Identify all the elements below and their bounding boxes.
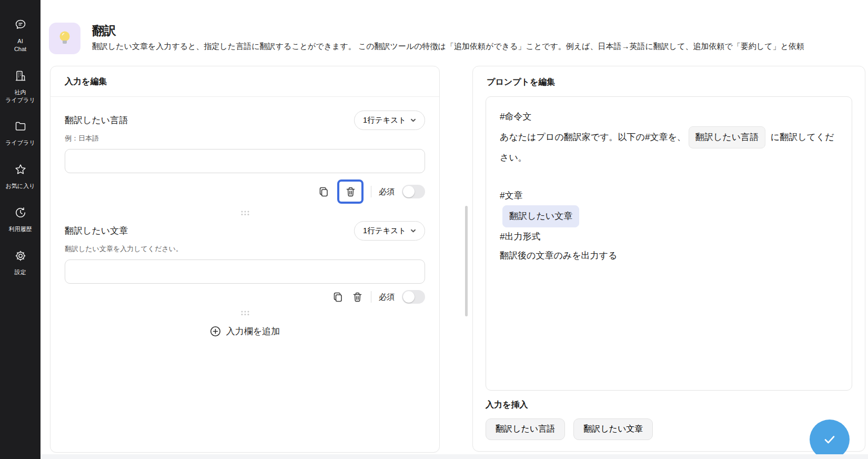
prompt-variable-chip[interactable]: 翻訳したい文章 <box>502 205 579 227</box>
lightbulb-icon <box>58 30 72 47</box>
page-background-strip <box>41 454 868 459</box>
prompt-editor[interactable]: #命令文 あなたはプロの翻訳家です。以下の#文章を、翻訳したい言語 に翻訳してく… <box>486 96 852 391</box>
sidebar-item-label: 設定 <box>15 268 26 276</box>
insert-chip-row: 翻訳したい言語 翻訳したい文章 <box>486 418 852 440</box>
required-label: 必須 <box>379 292 395 302</box>
confirm-button[interactable] <box>810 420 850 459</box>
trash-icon <box>345 186 357 198</box>
required-toggle[interactable] <box>402 290 425 304</box>
star-icon <box>14 163 27 178</box>
sidebar-item-company-library[interactable]: 社内 ライブラリ <box>0 69 41 104</box>
field-label: 翻訳したい言語 <box>65 114 128 126</box>
required-toggle[interactable] <box>402 185 425 198</box>
clock-history-icon <box>14 206 27 222</box>
chevron-down-icon <box>410 228 416 234</box>
prompt-output-header: #出力形式 <box>500 227 838 246</box>
sidebar-item-favorites[interactable]: お気に入り <box>0 163 41 190</box>
divider <box>371 291 371 303</box>
plus-circle-icon <box>210 326 221 337</box>
field-text-input[interactable] <box>65 149 425 173</box>
delete-field-button[interactable] <box>351 291 364 303</box>
trash-icon <box>351 291 364 303</box>
sidebar-item-history[interactable]: 利用履歴 <box>0 206 41 233</box>
prompt-command-line: あなたはプロの翻訳家です。以下の#文章を、翻訳したい言語 に翻訳してください。 <box>500 126 838 167</box>
prompt-command-header: #命令文 <box>500 107 838 126</box>
divider <box>371 186 371 197</box>
input-field-block: 翻訳したい言語 1行テキスト 例：日本語 必須 <box>65 111 425 216</box>
copy-icon <box>318 186 330 198</box>
prompt-variable-chip[interactable]: 翻訳したい言語 <box>689 126 765 148</box>
sidebar-item-label: 利用履歴 <box>9 225 32 233</box>
prompt-output-line: 翻訳後の文章のみを出力する <box>500 246 838 265</box>
add-input-field-button[interactable]: 入力欄を追加 <box>65 325 425 337</box>
input-panel-title: 入力を編集 <box>51 66 439 97</box>
blank-line <box>500 167 838 186</box>
check-icon <box>822 432 837 447</box>
duplicate-field-button[interactable] <box>332 291 344 303</box>
drag-handle[interactable] <box>65 310 425 316</box>
sidebar-item-label: ライブラリ <box>5 139 35 147</box>
sidebar-item-ai-chat[interactable]: AI Chat <box>0 18 41 53</box>
sidebar-item-settings[interactable]: 設定 <box>0 249 41 276</box>
insert-variable-chip[interactable]: 翻訳したい文章 <box>573 418 653 440</box>
field-helper-text: 翻訳したい文章を入力してください。 <box>65 244 425 254</box>
sidebar-item-library[interactable]: ライブラリ <box>0 119 41 147</box>
field-helper-text: 例：日本語 <box>65 134 425 143</box>
sidebar-item-label: AI Chat <box>14 37 26 53</box>
building-icon <box>14 69 27 85</box>
prompt-text-header: #文章 <box>500 186 838 205</box>
required-label: 必須 <box>379 187 395 197</box>
prompt-text-line: 翻訳したい文章 <box>500 205 838 227</box>
chat-bubble-icon <box>14 18 27 34</box>
insert-input-title: 入力を挿入 <box>486 400 852 411</box>
field-label: 翻訳したい文章 <box>65 225 128 237</box>
prompt-panel-title: プロンプトを編集 <box>486 66 852 96</box>
sidebar-item-label: 社内 ライブラリ <box>5 88 35 104</box>
chevron-down-icon <box>410 117 416 123</box>
copy-icon <box>332 291 344 303</box>
page-title: 翻訳 <box>92 23 116 39</box>
field-type-dropdown[interactable]: 1行テキスト <box>354 221 425 241</box>
field-type-dropdown[interactable]: 1行テキスト <box>354 111 425 130</box>
insert-variable-chip[interactable]: 翻訳したい言語 <box>486 418 565 440</box>
tool-icon-tile <box>49 23 80 54</box>
input-edit-panel: 入力を編集 翻訳したい言語 1行テキスト 例：日本語 必須 <box>50 66 440 453</box>
input-field-block: 翻訳したい文章 1行テキスト 翻訳したい文章を入力してください。 必須 <box>65 221 425 316</box>
vertical-scrollbar[interactable] <box>465 206 468 316</box>
sidebar-item-label: お気に入り <box>6 182 35 190</box>
folder-icon <box>14 119 27 135</box>
delete-field-button-highlighted[interactable] <box>337 179 364 204</box>
prompt-edit-panel: プロンプトを編集 #命令文 あなたはプロの翻訳家です。以下の#文章を、翻訳したい… <box>472 66 865 452</box>
drag-handle[interactable] <box>65 210 425 216</box>
field-text-input[interactable] <box>65 260 425 284</box>
duplicate-field-button[interactable] <box>318 186 330 198</box>
gear-icon <box>14 249 27 265</box>
page-description: 翻訳したい文章を入力すると、指定した言語に翻訳することができます。 この翻訳ツー… <box>92 42 868 52</box>
sidebar: AI Chat 社内 ライブラリ ライブラリ お気に入り 利用履歴 設定 <box>0 0 41 459</box>
